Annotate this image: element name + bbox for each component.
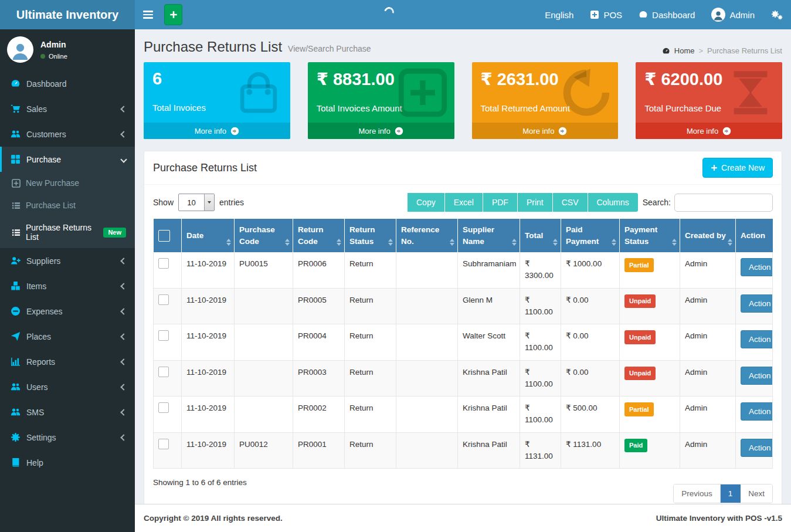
pagination-previous[interactable]: Previous xyxy=(674,484,721,503)
column-header[interactable]: Purchase Code xyxy=(235,219,293,252)
sidebar-item-icon xyxy=(11,154,21,164)
cell-paid-payment: ₹ 500.00 xyxy=(561,397,620,433)
row-checkbox[interactable] xyxy=(158,330,169,341)
cell-total: ₹ 1100.00 xyxy=(520,288,561,324)
sidebar-item[interactable]: Customers xyxy=(0,121,135,147)
sort-icon[interactable] xyxy=(388,239,393,246)
sort-icon[interactable] xyxy=(226,239,231,246)
sort-icon[interactable] xyxy=(612,239,616,246)
version-text: Ultimate Inventory with POS -v1.5 xyxy=(656,514,782,523)
sort-icon[interactable] xyxy=(728,239,732,246)
row-checkbox[interactable] xyxy=(158,258,169,269)
row-checkbox[interactable] xyxy=(158,367,169,377)
sort-icon[interactable] xyxy=(512,239,517,246)
sidebar-subitem-icon xyxy=(12,228,21,237)
cell-purchase-code: PU0012 xyxy=(235,432,293,469)
action-button[interactable]: Action xyxy=(741,294,773,313)
cell-return-status: Return xyxy=(345,288,396,324)
select-all-checkbox[interactable] xyxy=(158,230,170,242)
export-button[interactable]: PDF xyxy=(483,193,518,212)
sidebar-item[interactable]: Purchase New Purchase xyxy=(0,147,135,248)
cell-supplier-name: Krishna Patil xyxy=(458,432,520,469)
create-new-button[interactable]: Create New xyxy=(702,158,773,178)
more-info-link[interactable]: More info xyxy=(636,123,782,139)
column-header[interactable]: Payment Status xyxy=(620,219,680,252)
info-box: ₹ 2631.00 Total Returned Amount More inf… xyxy=(472,62,619,139)
sidebar-item[interactable]: Dashboard xyxy=(0,71,135,96)
plus-square-icon xyxy=(590,10,599,19)
search-input[interactable] xyxy=(674,194,773,212)
sidebar-item[interactable]: Help xyxy=(0,450,135,475)
cell-date: 11-10-2019 xyxy=(182,432,235,469)
purchase-returns-table: Date Purchase Code xyxy=(153,219,773,469)
nav-dashboard[interactable]: Dashboard xyxy=(630,0,703,29)
breadcrumb: Home > Purchase Returns List xyxy=(662,46,782,55)
column-header[interactable]: Return Status xyxy=(345,219,396,252)
sidebar-item[interactable]: Sales xyxy=(0,96,135,121)
breadcrumb-home-link[interactable]: Home xyxy=(674,46,695,55)
column-header[interactable]: Date xyxy=(182,219,235,252)
sidebar-item[interactable]: Places xyxy=(0,324,135,349)
action-button[interactable]: Action xyxy=(741,439,773,457)
nav-settings[interactable] xyxy=(763,0,791,29)
column-header[interactable]: Action xyxy=(736,219,773,252)
more-info-link[interactable]: More info xyxy=(308,123,454,139)
table-row: 11-10-2019 PR0004 Return Walter Scott ₹ … xyxy=(154,324,773,361)
sort-icon[interactable] xyxy=(285,239,290,246)
sidebar-item-label: Purchase xyxy=(26,155,121,164)
sidebar-item[interactable]: Users xyxy=(0,374,135,399)
more-info-link[interactable]: More info xyxy=(144,123,290,139)
action-button[interactable]: Action xyxy=(741,367,773,385)
sidebar-toggle-button[interactable] xyxy=(135,0,161,29)
sidebar-subitem[interactable]: Purchase List xyxy=(0,194,135,216)
sidebar-subitem[interactable]: Purchase Returns List New xyxy=(0,216,135,248)
action-button[interactable]: Action xyxy=(741,258,773,276)
sidebar-subitem[interactable]: New Purchase xyxy=(0,172,135,194)
nav-user-menu[interactable]: Admin xyxy=(703,0,763,29)
chevron-left-icon xyxy=(120,308,127,314)
circle-arrow-icon xyxy=(230,127,239,135)
panel-title: Purchase Returns List xyxy=(153,162,257,174)
sort-icon[interactable] xyxy=(450,239,454,246)
export-button[interactable]: Print xyxy=(518,193,553,212)
table-row: 11-10-2019 PR0005 Return Glenn M ₹ 1100.… xyxy=(154,288,773,324)
payment-status-badge: Unpaid xyxy=(624,330,656,344)
sort-icon[interactable] xyxy=(337,239,341,246)
sidebar-subitem-icon xyxy=(12,201,21,210)
app-logo[interactable]: Ultimate Inventory xyxy=(0,0,135,29)
export-button[interactable]: Columns xyxy=(588,193,638,212)
pagination-next[interactable]: Next xyxy=(741,484,772,503)
action-button[interactable]: Action xyxy=(741,402,773,421)
pagination-page-1[interactable]: 1 xyxy=(721,484,741,503)
page-subtitle: View/Search Purchase xyxy=(288,44,371,53)
export-button[interactable]: CSV xyxy=(553,193,588,212)
gears-icon xyxy=(771,9,783,20)
cell-reference-no xyxy=(396,324,458,361)
top-header: Ultimate Inventory English POS Dashboard… xyxy=(0,0,791,29)
column-header[interactable]: Created by xyxy=(680,219,736,252)
export-button[interactable]: Excel xyxy=(445,193,483,212)
sidebar-item[interactable]: Settings xyxy=(0,425,135,450)
column-header[interactable]: Return Code xyxy=(293,219,345,252)
more-info-link[interactable]: More info xyxy=(472,123,619,139)
sidebar-item[interactable]: Reports xyxy=(0,349,135,374)
row-checkbox[interactable] xyxy=(158,294,169,305)
sidebar-item[interactable]: SMS xyxy=(0,399,135,425)
page-length-select[interactable]: 10 xyxy=(178,194,215,211)
action-button[interactable]: Action xyxy=(741,330,773,348)
sidebar-item[interactable]: Suppliers xyxy=(0,248,135,273)
sort-icon[interactable] xyxy=(553,239,558,246)
column-header[interactable]: Supplier Name xyxy=(458,219,520,252)
sort-icon[interactable] xyxy=(672,239,677,246)
column-header[interactable]: Total xyxy=(520,219,561,252)
column-header[interactable]: Reference No. xyxy=(396,219,458,252)
row-checkbox[interactable] xyxy=(158,439,169,449)
export-button[interactable]: Copy xyxy=(408,193,445,212)
column-header[interactable]: Paid Payment xyxy=(561,219,620,252)
row-checkbox[interactable] xyxy=(158,402,169,413)
nav-pos[interactable]: POS xyxy=(582,0,630,29)
sidebar-item[interactable]: Expenses xyxy=(0,299,135,324)
nav-language[interactable]: English xyxy=(537,0,582,29)
sidebar-item[interactable]: Items xyxy=(0,273,135,299)
quick-add-button[interactable] xyxy=(164,4,182,25)
